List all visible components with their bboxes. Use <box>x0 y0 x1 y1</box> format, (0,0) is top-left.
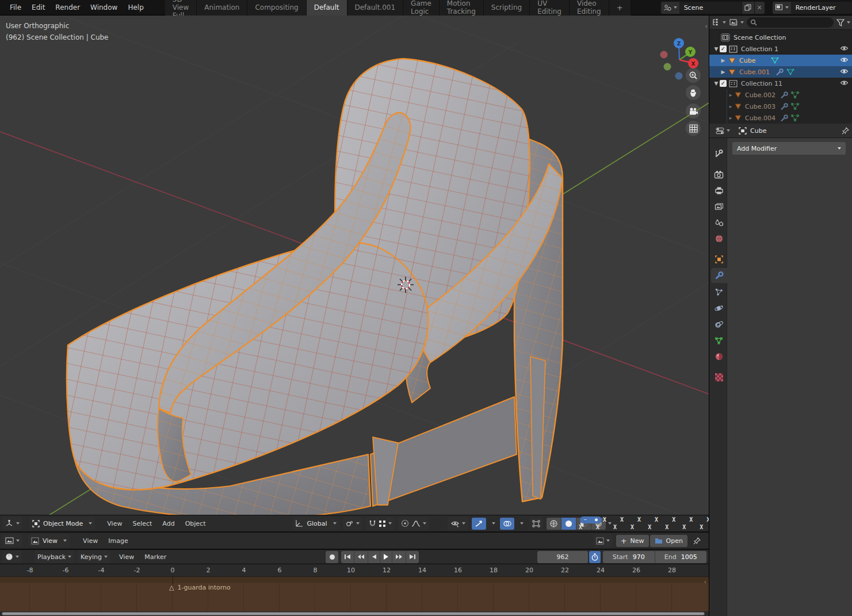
current-frame-field[interactable]: 962 <box>537 551 588 563</box>
editor-type-3d-button[interactable] <box>2 517 22 530</box>
start-frame-field[interactable]: Start 970 <box>603 551 655 563</box>
disclosure-triangle-icon[interactable]: ▶ <box>720 58 727 63</box>
visibility-eye-icon[interactable] <box>840 45 849 52</box>
shading-solid-button[interactable] <box>561 518 576 530</box>
gizmo-axis-neg-x[interactable] <box>660 51 668 59</box>
play-button[interactable] <box>380 551 392 563</box>
image-pin-icon[interactable] <box>693 537 701 545</box>
vp-menu-object[interactable]: Object <box>180 520 211 527</box>
scene-copy-button[interactable] <box>742 2 754 14</box>
timeline-track-area[interactable]: △ 1-guarda intorno ‹ <box>0 577 709 611</box>
tab-modifiers[interactable] <box>711 268 728 283</box>
outliner-row-cube[interactable]: ▶ Cube <box>709 55 852 66</box>
tab-scene[interactable] <box>710 215 727 230</box>
disclosure-triangle-icon[interactable]: ▸ <box>727 115 734 121</box>
outliner-filter-button[interactable] <box>836 19 850 26</box>
menu-window[interactable]: Window <box>85 3 123 12</box>
next-keyframe-button[interactable] <box>392 551 406 563</box>
object-visibility-selector[interactable] <box>448 517 468 530</box>
tab-game-logic[interactable]: Game Logic <box>403 0 440 16</box>
outliner-row-cube-002[interactable]: ▸ Cube.002 <box>727 89 852 101</box>
disclosure-triangle-icon[interactable]: ▼ <box>713 81 720 86</box>
tab-tool[interactable] <box>710 146 727 161</box>
tab-scripting[interactable]: Scripting <box>484 0 530 16</box>
jump-to-start-button[interactable] <box>341 551 354 563</box>
vp-menu-add[interactable]: Add <box>157 520 179 527</box>
image-datablock-selector[interactable] <box>593 534 613 547</box>
timeline-marker[interactable]: △ 1-guarda intorno <box>169 584 231 591</box>
gizmos-toggle[interactable] <box>472 518 486 530</box>
outliner-row-cube-001[interactable]: ▶ Cube.001 <box>709 66 852 78</box>
tab-particles[interactable] <box>710 285 727 300</box>
overlays-toggle[interactable] <box>500 518 514 530</box>
disclosure-triangle-icon[interactable]: ▶ <box>720 69 727 75</box>
camera-view-button[interactable] <box>686 104 701 118</box>
menu-help[interactable]: Help <box>123 3 148 12</box>
visibility-eye-icon[interactable] <box>840 68 849 75</box>
ie-menu-image[interactable]: Image <box>103 537 133 545</box>
outliner-display-mode-button[interactable] <box>729 18 744 26</box>
visibility-eye-icon[interactable] <box>840 56 849 63</box>
end-frame-field[interactable]: End 1005 <box>655 551 707 563</box>
armchair-model[interactable] <box>67 59 563 518</box>
tab-world[interactable] <box>710 231 727 246</box>
add-modifier-dropdown[interactable]: Add Modifier <box>732 142 846 155</box>
timeline-scrollbar-thumb[interactable] <box>2 612 705 615</box>
toggle-ortho-button[interactable] <box>686 121 701 136</box>
outliner-row-scene-collection[interactable]: Scene Collection <box>709 32 852 43</box>
mode-selector[interactable]: Object Mode <box>29 517 95 530</box>
editor-type-timeline-button[interactable] <box>2 551 22 563</box>
record-button[interactable] <box>326 551 338 563</box>
editor-type-properties-button[interactable] <box>713 124 733 137</box>
render-layer-name-field[interactable]: RenderLayer <box>791 2 852 14</box>
tab-constraints[interactable] <box>710 317 727 332</box>
menu-render[interactable]: Render <box>50 3 85 12</box>
tab-compositing[interactable]: Compositing <box>247 0 306 16</box>
zoom-button[interactable] <box>686 68 701 83</box>
playback-menu[interactable]: Playback <box>35 550 74 563</box>
tab-video-editing[interactable]: Video Editing <box>570 0 609 16</box>
play-reverse-button[interactable] <box>368 551 380 563</box>
tab-object[interactable] <box>710 252 727 267</box>
use-preview-range-button[interactable] <box>589 551 601 563</box>
menu-edit[interactable]: Edit <box>26 3 50 12</box>
editor-type-outliner-button[interactable] <box>712 18 726 26</box>
tab-uv-editing[interactable]: UV Editing <box>530 0 570 16</box>
tab-object-data[interactable] <box>710 333 727 348</box>
tab-motion-tracking[interactable]: Motion Tracking <box>440 0 484 16</box>
tab-animation[interactable]: Animation <box>197 0 247 16</box>
vp-menu-view[interactable]: View <box>102 520 127 527</box>
region-collapse-arrow[interactable]: ‹ <box>705 22 708 30</box>
scene-icon[interactable] <box>661 2 679 14</box>
collection-checkbox[interactable]: ✓ <box>720 80 727 87</box>
properties-pin-icon[interactable] <box>842 127 849 135</box>
outliner-search-field[interactable] <box>747 17 834 28</box>
tab-3d-view-full[interactable]: 3D View Full <box>165 0 197 16</box>
transform-orientation-selector[interactable]: Global <box>292 517 339 530</box>
tl-menu-marker[interactable]: Marker <box>139 553 171 561</box>
outliner-row-cube-003[interactable]: ▸ Cube.003 <box>727 101 852 112</box>
visibility-eye-icon[interactable] <box>840 79 849 86</box>
pivot-point-selector[interactable] <box>343 517 362 530</box>
outliner-row-cube-004[interactable]: ▸ Cube.004 <box>727 112 852 124</box>
timeline-ruler[interactable]: -8 -6 -4 -2 0 2 4 6 8 10 12 14 16 18 20 … <box>0 564 709 577</box>
disclosure-triangle-icon[interactable]: ▸ <box>727 104 734 109</box>
render-region-button[interactable] <box>529 517 543 530</box>
render-layer-icon[interactable] <box>773 2 791 14</box>
outliner-row-collection-1[interactable]: ▼ ✓ Collection 1 <box>709 43 852 55</box>
scene-name-field[interactable]: Scene <box>679 2 742 14</box>
tab-default[interactable]: Default <box>307 0 347 16</box>
prev-keyframe-button[interactable] <box>354 551 368 563</box>
jump-to-end-button[interactable] <box>406 551 419 563</box>
viewport-3d[interactable]: Z Y X User Orthographic (962) Scene Coll… <box>0 16 709 530</box>
add-workspace-button[interactable]: + <box>609 0 631 16</box>
tab-render[interactable] <box>710 167 727 182</box>
tab-default-001[interactable]: Default.001 <box>347 0 404 16</box>
vp-menu-select[interactable]: Select <box>127 520 157 527</box>
proportional-edit-controls[interactable] <box>398 517 429 530</box>
snap-controls[interactable] <box>366 517 395 530</box>
timeline-collapse-arrow[interactable]: ‹ <box>704 578 706 586</box>
gizmo-axis-neg-y[interactable] <box>664 63 671 71</box>
scene-unlink-button[interactable]: ✕ <box>754 2 765 14</box>
tab-view-layer[interactable] <box>710 199 727 214</box>
